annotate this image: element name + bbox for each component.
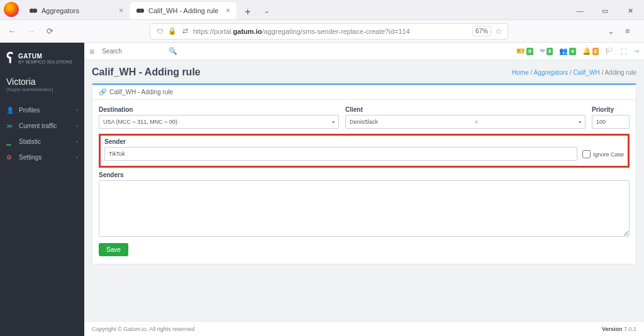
notif-badge-4[interactable]: 🔔2 [582,47,599,55]
browser-tab-strip: Aggregators × Calif_WH - Adding rule × +… [0,0,644,20]
heart-icon: ❤ [540,47,545,55]
ignore-case-checkbox[interactable]: Ignore Case [582,150,624,161]
senders-label: Senders [99,171,630,178]
window-close-button[interactable]: ✕ [619,2,641,19]
chart-icon: ▁ [6,138,14,145]
brand-logo: ʕ [6,50,13,67]
footer-copyright: Copyright © Gatum.io. All rights reserve… [92,326,194,332]
address-bar[interactable]: 🛡 🔒 ⇄ https://portal.gatum.io/aggregatin… [150,23,508,40]
chevron-left-icon: ‹ [76,139,78,144]
sidebar-item-traffic[interactable]: ≫ Current traffic ‹ [0,118,84,134]
destination-value: USA (MCC = 311, MNC = 00) [103,119,177,125]
close-tab-icon[interactable]: × [226,6,230,15]
notif-badge-2[interactable]: ❤3 [540,47,553,55]
sidebar-item-label: Current traffic [19,122,57,129]
sidebar-item-label: Statistic [19,138,41,145]
save-button[interactable]: Save [99,243,128,256]
ignore-case-label: Ignore Case [593,151,624,158]
footer: Copyright © Gatum.io. All rights reserve… [84,321,644,336]
new-tab-button[interactable]: + [240,4,255,19]
browser-toolbar: ← → ⟳ 🛡 🔒 ⇄ https://portal.gatum.io/aggr… [0,20,644,43]
chevron-left-icon: ‹ [76,123,78,129]
breadcrumb-current: Adding rule [604,69,636,76]
topbar: ≡ 🔍 🎫0 ❤3 👥4 🔔2 🏳️ ⛶ ⇥ [84,43,644,60]
logout-icon[interactable]: ⇥ [633,47,639,55]
form-panel: 🔗 Calif_WH - Adding rule Destination USA… [92,83,636,264]
ticket-icon: 🎫 [516,47,525,55]
svg-point-3 [140,9,144,13]
user-block: Victoria [Super administrator] [0,74,84,97]
chevron-down-icon: ▾ [332,119,335,125]
sender-label: Sender [104,138,577,145]
firefox-icon [4,2,19,17]
chevron-down-icon: ▾ [579,119,581,125]
search-icon: 🔍 [169,47,177,55]
back-button[interactable]: ← [5,24,19,38]
window-minimize-button[interactable]: — [569,2,591,19]
breadcrumb-calif-wh[interactable]: Calif_WH [573,69,599,76]
client-value: DenisSlack [350,119,378,125]
breadcrumb-home[interactable]: Home [512,69,529,76]
browser-tab-aggregators[interactable]: Aggregators × [23,2,130,19]
bookmark-star-icon[interactable]: ☆ [495,26,502,36]
tab-label: Calif_WH - Adding rule [148,7,218,14]
destination-select[interactable]: USA (MCC = 311, MNC = 00) ▾ [99,115,339,129]
url-text: https://portal.gatum.io/aggregating/sms-… [193,28,410,35]
clear-icon[interactable]: × [475,119,479,126]
footer-version: 7.0.1 [624,326,636,332]
sidebar-item-statistic[interactable]: ▁ Statistic ‹ [0,134,84,149]
reload-button[interactable]: ⟳ [43,24,57,38]
user-role: [Super administrator] [6,87,78,92]
sidebar-item-label: Profiles [19,107,40,114]
sidebar-item-label: Settings [19,154,42,161]
sidebar-item-profiles[interactable]: 👤 Profiles ‹ [0,102,84,118]
app-menu-icon[interactable]: ≡ [625,26,636,36]
client-select[interactable]: DenisSlack × ▾ [345,115,586,129]
user-icon: 👥 [559,47,568,55]
brand-subtitle: BY SEMPICO SOLUTIONS [18,60,72,64]
link-icon: 🔗 [99,89,106,95]
breadcrumb: Home / Aggregators / Calif_WH / Adding r… [512,69,636,76]
user-name: Victoria [6,77,78,87]
tab-list-button[interactable]: ⌄ [255,2,278,19]
browser-tab-calif-wh[interactable]: Calif_WH - Adding rule × [130,2,236,19]
tab-favicon [136,6,145,15]
notif-badge-1[interactable]: 🎫0 [516,47,533,55]
expand-icon[interactable]: ⛶ [620,48,627,55]
senders-textarea[interactable] [99,180,630,237]
brand-title: GATUM [18,53,72,60]
pocket-icon[interactable]: ⌄ [608,26,619,36]
sidebar: ʕ GATUM BY SEMPICO SOLUTIONS Victoria [S… [0,43,84,336]
lock-icon: 🔒 [168,27,177,36]
window-maximize-button[interactable]: ▭ [594,2,616,19]
forward-button[interactable]: → [24,24,38,38]
hamburger-icon[interactable]: ≡ [89,46,94,57]
user-icon: 👤 [6,107,14,114]
gear-icon: ⚙ [6,154,14,161]
chevron-left-icon: ‹ [76,107,78,113]
bell-icon: 🔔 [582,47,591,55]
chevron-left-icon: ‹ [76,154,78,160]
sender-input[interactable] [104,147,577,161]
brand: ʕ GATUM BY SEMPICO SOLUTIONS [0,43,84,74]
breadcrumb-aggregators[interactable]: Aggregators [534,69,568,76]
permissions-icon: ⇄ [180,27,189,36]
priority-input[interactable] [592,115,630,129]
sender-highlight-region: Sender Ignore Case [99,134,630,168]
panel-header: 🔗 Calif_WH - Adding rule [92,84,636,100]
destination-label: Destination [99,106,339,113]
panel-title: Calif_WH - Adding rule [109,89,173,95]
sidebar-item-settings[interactable]: ⚙ Settings ‹ [0,149,84,165]
close-tab-icon[interactable]: × [119,6,123,15]
lang-icon[interactable]: 🏳️ [605,47,614,55]
client-label: Client [345,106,586,113]
priority-label: Priority [592,106,630,113]
notif-badge-3[interactable]: 👥4 [559,47,575,55]
page-title: Calif_WH - Adding rule [92,67,201,78]
traffic-icon: ≫ [6,122,14,129]
svg-point-1 [33,9,37,13]
footer-version-label: Version [602,326,623,332]
search-input[interactable]: 🔍 [102,48,177,55]
zoom-level[interactable]: 67% [472,26,491,36]
tab-label: Aggregators [42,7,79,14]
